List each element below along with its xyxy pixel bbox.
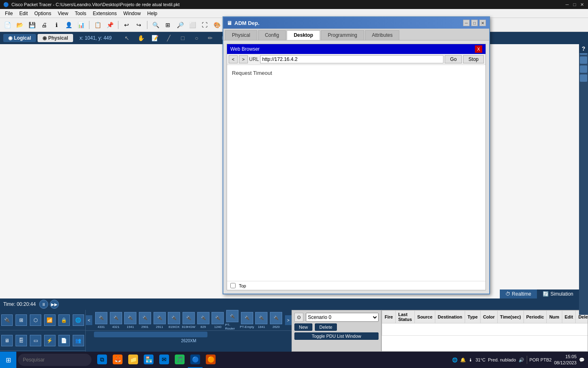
category-servers[interactable]: 🗄 [14, 330, 29, 351]
zoom-in-button[interactable]: 🔍 [150, 20, 161, 30]
back-button[interactable]: < [229, 55, 238, 63]
category-computers[interactable]: 🖥 [0, 330, 14, 351]
device-pt-empty[interactable]: 🔌 PT-Empty [240, 310, 254, 330]
tab-desktop[interactable]: Desktop [287, 30, 320, 40]
simulation-button[interactable]: 🔄 Simulation [537, 289, 579, 298]
delete-scenario-button[interactable]: Delete [315, 323, 337, 331]
adm-maximize-button[interactable]: □ [471, 20, 478, 26]
toggle-pdu-button[interactable]: Toggle PDU List Window [294, 332, 379, 340]
save-button[interactable]: 💾 [26, 20, 38, 30]
taskbar-app-explorer[interactable]: 📁 [126, 352, 140, 368]
category-wan[interactable]: 🌐 [71, 310, 85, 330]
taskbar-app-mail[interactable]: ✉ [157, 352, 172, 368]
device-pt-router[interactable]: 🔌 PT-Router [225, 310, 240, 330]
draw-select[interactable]: ↖ [121, 33, 133, 43]
user-button[interactable]: 👤 [63, 20, 74, 30]
new-button[interactable]: 📄 [2, 20, 13, 30]
category-misc[interactable]: ▭ [29, 330, 43, 351]
menu-file[interactable]: File [2, 10, 16, 17]
category-wireless[interactable]: 📶 [42, 310, 57, 330]
tab-attributes[interactable]: Attributes [365, 30, 400, 40]
category-security[interactable]: 🔒 [57, 310, 71, 330]
menu-window[interactable]: Window [120, 10, 144, 17]
sidebar-btn-4[interactable] [580, 74, 587, 82]
category-pdu[interactable]: 📄 [57, 330, 71, 351]
new-scenario-button[interactable]: New [294, 323, 312, 331]
zoom-out-button[interactable]: 🔎 [174, 20, 186, 30]
scenario-select[interactable]: Scenario 0 [306, 313, 379, 322]
device-2620[interactable]: 🔌 2620 [269, 310, 283, 330]
notification-center-icon[interactable]: 💬 [579, 357, 585, 363]
taskbar-app-task-view[interactable]: ⧉ [95, 352, 109, 368]
tab-physical[interactable]: Physical [225, 30, 257, 40]
rect-select-button[interactable]: ⬜ [187, 20, 198, 30]
category-multiuser[interactable]: 👥 [71, 330, 85, 351]
close-button[interactable]: ✕ [579, 2, 585, 7]
device-819hgw[interactable]: 🔌 819HGW [181, 310, 196, 330]
category-routers[interactable]: 🔌 [0, 310, 14, 330]
web-browser-close-button[interactable]: X [475, 45, 482, 53]
start-button[interactable]: ⊞ [0, 352, 16, 368]
adm-close-button[interactable]: ✕ [479, 20, 486, 26]
tab-config[interactable]: Config [258, 30, 286, 40]
adm-minimize-button[interactable]: ─ [463, 20, 470, 26]
physical-mode-button[interactable]: ◉ Physical [38, 34, 73, 42]
info-button[interactable]: ℹ [51, 20, 62, 30]
sidebar-btn-3[interactable] [580, 65, 587, 73]
redo-button[interactable]: ↪ [133, 20, 145, 30]
category-switches[interactable]: ⊞ [14, 310, 29, 330]
draw-note[interactable]: 📝 [149, 33, 160, 43]
menu-help[interactable]: Help [144, 10, 161, 17]
tab-programming[interactable]: Programming [321, 30, 364, 40]
menu-extensions[interactable]: Extensions [89, 10, 120, 17]
logical-mode-button[interactable]: ◉ Logical [3, 34, 36, 42]
zoom-fit-button[interactable]: ⊞ [162, 20, 174, 30]
category-hubs[interactable]: ⬡ [29, 310, 43, 330]
taskbar-app-other[interactable]: 🟠 [203, 352, 218, 368]
taskbar-app-cisco[interactable]: 🔵 [188, 352, 203, 368]
draw-line[interactable]: ╱ [163, 33, 174, 43]
maximize-button[interactable]: □ [572, 2, 577, 7]
help-button[interactable]: ? [579, 44, 588, 53]
url-input[interactable] [260, 55, 443, 63]
draw-rect[interactable]: □ [177, 33, 188, 43]
device-1240[interactable]: 🔌 1240 [211, 310, 225, 330]
menu-edit[interactable]: Edit [16, 10, 31, 17]
print-button[interactable]: 🖨 [38, 20, 50, 30]
menu-tools[interactable]: Tools [71, 10, 89, 17]
open-button[interactable]: 📂 [14, 20, 25, 30]
device-829[interactable]: 🔌 829 [196, 310, 211, 330]
fullscreen-button[interactable]: ⛶ [199, 20, 210, 30]
play-button[interactable]: ▶▶ [50, 300, 59, 309]
minimize-button[interactable]: ─ [564, 2, 570, 7]
taskbar-app-store[interactable]: 🏪 [141, 352, 156, 368]
undo-button[interactable]: ↩ [121, 20, 132, 30]
go-button[interactable]: Go [445, 55, 462, 63]
device-2901[interactable]: 🔌 2901 [138, 310, 152, 330]
menu-options[interactable]: Options [31, 10, 54, 17]
device-1941[interactable]: 🔌 1941 [123, 310, 138, 330]
sidebar-btn-2[interactable] [580, 56, 587, 64]
paste-button[interactable]: 📌 [104, 20, 116, 30]
realtime-button[interactable]: ⏱ Realtime [500, 289, 537, 298]
device-4331[interactable]: 🔌 4331 [94, 310, 109, 330]
draw-free[interactable]: ✏ [205, 33, 216, 43]
draw-move[interactable]: ✋ [135, 33, 147, 43]
device-819iox[interactable]: 🔌 819IOX [167, 310, 181, 330]
stop-button[interactable]: Stop [463, 55, 484, 63]
copy-button[interactable]: 📋 [92, 20, 103, 30]
report-button[interactable]: 📊 [75, 20, 87, 30]
scroll-right-button[interactable]: > [285, 315, 292, 325]
device-1841[interactable]: 🔌 1841 [254, 310, 269, 330]
search-input[interactable] [18, 354, 91, 366]
taskbar-app-spotify[interactable]: 🎵 [172, 352, 187, 368]
pause-button[interactable]: ⏸ [39, 300, 48, 309]
scroll-left-button[interactable]: < [86, 315, 92, 325]
forward-button[interactable]: > [239, 55, 248, 63]
category-connections[interactable]: ⚡ [42, 330, 57, 351]
top-checkbox[interactable] [230, 283, 236, 288]
device-2911[interactable]: 🔌 2911 [152, 310, 167, 330]
palette-button[interactable]: 🎨 [211, 20, 223, 30]
draw-oval[interactable]: ○ [191, 33, 202, 43]
device-4321[interactable]: 🔌 4321 [109, 310, 123, 330]
